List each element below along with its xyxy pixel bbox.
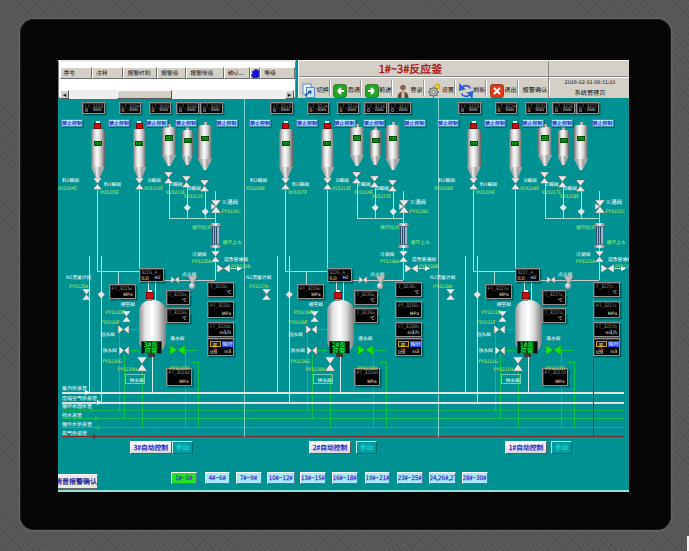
flow-valve-2[interactable] — [262, 289, 271, 300]
steam-valve-1[interactable] — [513, 357, 523, 371]
ignite-valve-3[interactable] — [171, 276, 179, 284]
toolbar-button-forward[interactable]: 前进 — [362, 78, 393, 99]
alarm-col-7[interactable]: 等级 — [260, 67, 295, 79]
emergency-valve-3[interactable] — [217, 264, 230, 273]
tank-valve-1-4[interactable] — [576, 180, 585, 192]
toolbar-button-back[interactable]: 后退 — [331, 78, 362, 99]
steam-valve-3[interactable] — [137, 357, 147, 371]
three-way-valve-2[interactable] — [399, 200, 409, 213]
pager-button-10[interactable]: 28#~30# — [462, 472, 488, 484]
toolbar-button-exit[interactable]: 退出 — [487, 78, 518, 99]
forbid-control-button[interactable]: 禁止控制 — [484, 119, 506, 128]
separator-1[interactable] — [564, 276, 573, 283]
totalizer-total-button[interactable]: 累计 — [210, 341, 221, 348]
tank-valve-2-1[interactable] — [323, 178, 332, 190]
alarm-col-6[interactable]: 确认... — [224, 67, 250, 79]
header-arrow-icon[interactable] — [97, 400, 102, 405]
scroll-right-icon[interactable]: ► — [285, 90, 294, 99]
alarm-col-ack-icon[interactable] — [250, 67, 261, 79]
pager-button-9[interactable]: 24,26#,27 — [429, 472, 457, 484]
ignite-valve-2[interactable] — [359, 276, 367, 284]
inlet-valve-3[interactable] — [170, 345, 185, 355]
pager-button-1[interactable]: 1#~3# — [171, 472, 198, 484]
cold-valve-3[interactable] — [211, 251, 220, 262]
alarm-table-hscrollbar[interactable]: ◄ ► — [60, 90, 294, 99]
auto-control-button-2[interactable]: 2#自动控制 — [309, 441, 351, 454]
pager-button-7[interactable]: 19#~21# — [365, 472, 391, 484]
mute-alarm-button[interactable]: 消音报警确认 — [58, 474, 98, 490]
toolbar-button-alarm-ack[interactable]: 报警确认 — [519, 78, 550, 99]
flow-valve-disc[interactable] — [256, 290, 262, 298]
three-way-valve-3[interactable] — [211, 200, 221, 213]
alarm-col-4[interactable]: 报警值 — [157, 67, 186, 79]
forbid-control-button[interactable]: 禁止控制 — [146, 119, 168, 128]
header-arrow-icon[interactable] — [93, 434, 98, 439]
manual-button-3[interactable]: 手动 — [172, 441, 193, 454]
drain-valve-1[interactable] — [495, 346, 505, 355]
pager-button-5[interactable]: 13#~15# — [300, 472, 326, 484]
pager-button-8[interactable]: 23#~25# — [397, 472, 424, 484]
totalizer-instant-button[interactable]: 瞬时 — [410, 341, 421, 348]
tank-valve-3-4[interactable] — [200, 180, 209, 192]
flow-valve-1[interactable] — [446, 289, 455, 300]
toolbar-button-switch[interactable]: 切换 — [300, 78, 331, 99]
forbid-control-button[interactable]: 禁止控制 — [249, 119, 271, 128]
header-arrow-icon[interactable] — [97, 425, 102, 430]
toolbar-button-settings[interactable]: 设置 — [425, 78, 456, 99]
three-way-valve-1[interactable] — [595, 200, 605, 213]
toolbar-button-refresh[interactable]: 刷新 — [456, 78, 487, 99]
auto-control-button-3[interactable]: 3#自动控制 — [130, 441, 172, 454]
separator-3[interactable] — [188, 276, 197, 283]
alarm-col-1[interactable]: 序号 — [60, 67, 92, 79]
emergency-valve-1[interactable] — [601, 264, 614, 273]
forbid-control-button[interactable]: 禁止控制 — [551, 119, 573, 128]
alarm-col-2[interactable]: 注释 — [92, 67, 124, 79]
return-valve-2[interactable] — [306, 325, 317, 334]
pager-button-6[interactable]: 16#~18# — [332, 472, 359, 484]
emergency-valve-2[interactable] — [405, 264, 418, 273]
flow-valve-disc[interactable] — [440, 290, 446, 298]
flow-valve-3[interactable] — [82, 289, 91, 300]
pager-button-2[interactable]: 4#~6# — [205, 472, 231, 484]
pager-button-4[interactable]: 10#~12# — [267, 472, 295, 484]
header-arrow-icon[interactable] — [95, 416, 100, 421]
forbid-control-button[interactable]: 禁止控制 — [296, 119, 318, 128]
forbid-control-button[interactable]: 禁止控制 — [61, 119, 83, 128]
cold-valve-1[interactable] — [595, 251, 604, 262]
forbid-control-button[interactable]: 禁止控制 — [522, 119, 544, 128]
forbid-control-button[interactable]: 禁止控制 — [437, 119, 459, 128]
forbid-control-button[interactable]: 禁止控制 — [175, 119, 197, 128]
auto-control-button-1[interactable]: 1#自动控制 — [505, 441, 547, 454]
forbid-control-button[interactable]: 禁止控制 — [334, 119, 356, 128]
manual-button-1[interactable]: 手动 — [551, 441, 572, 454]
cold-valve-2[interactable] — [399, 251, 408, 262]
scroll-left-icon[interactable]: ◄ — [60, 90, 69, 99]
steam-valve-2[interactable] — [325, 357, 335, 371]
drain-valve-2[interactable] — [307, 346, 317, 355]
totalizer-instant-button[interactable]: 瞬时 — [222, 341, 233, 348]
tank-valve-2-4[interactable] — [388, 180, 397, 192]
inlet-valve-2[interactable] — [358, 345, 373, 355]
flow-valve-disc[interactable] — [76, 290, 82, 298]
return-valve-3[interactable] — [118, 325, 129, 334]
manual-button-2[interactable]: 手动 — [356, 441, 377, 454]
alarm-col-3[interactable]: 报警时刻 — [123, 67, 157, 79]
tank-valve-1-1[interactable] — [511, 178, 520, 190]
tank-valve-3-1[interactable] — [135, 178, 144, 190]
pager-button-3[interactable]: 7#~9# — [236, 472, 262, 484]
totalizer-total-button[interactable]: 累计 — [398, 341, 409, 348]
forbid-control-button[interactable]: 禁止控制 — [404, 119, 426, 128]
forbid-control-button[interactable]: 禁止控制 — [592, 119, 614, 128]
totalizer-total-button[interactable]: 累计 — [596, 341, 607, 348]
totalizer-instant-button[interactable]: 瞬时 — [608, 341, 619, 348]
forbid-control-button[interactable]: 禁止控制 — [363, 119, 385, 128]
forbid-control-button[interactable]: 禁止控制 — [216, 119, 238, 128]
separator-2[interactable] — [376, 276, 385, 283]
alarm-col-5[interactable]: 报警限值 — [186, 67, 224, 79]
drain-valve-3[interactable] — [119, 346, 129, 355]
ignite-valve-1[interactable] — [547, 276, 555, 284]
toolbar-button-login[interactable]: 登录 — [393, 78, 424, 99]
scrollbar-thumb[interactable] — [117, 90, 172, 99]
return-valve-1[interactable] — [494, 325, 505, 334]
inlet-valve-1[interactable] — [546, 345, 561, 355]
